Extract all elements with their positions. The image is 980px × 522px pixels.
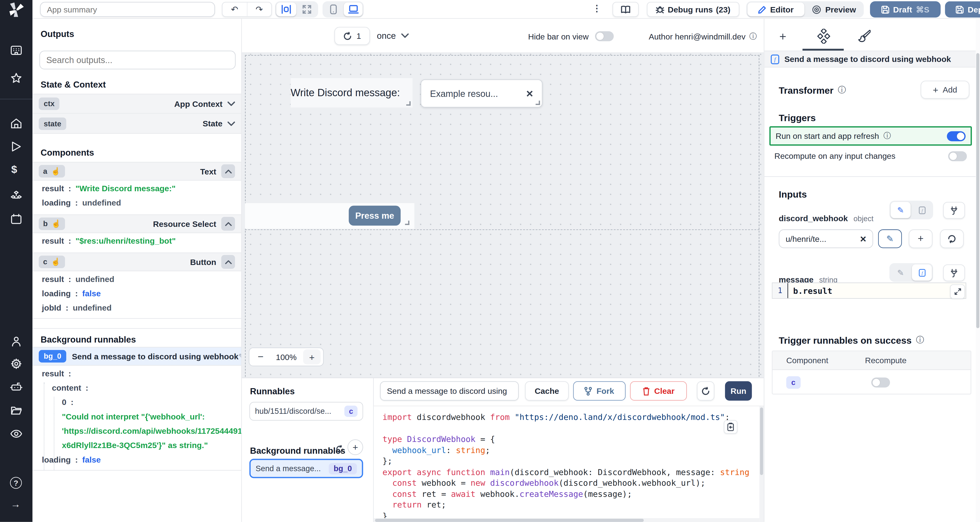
component-a-row[interactable]: a☝ Text <box>32 162 241 181</box>
apps-icon[interactable] <box>11 46 22 56</box>
star-icon[interactable] <box>11 73 22 84</box>
app-summary-input[interactable] <box>40 2 215 17</box>
draft-button[interactable]: Draft ⌘S <box>870 2 940 18</box>
app-canvas[interactable]: Write Discord message: Example resou... … <box>242 53 764 377</box>
fullscreen-button[interactable] <box>297 3 317 16</box>
runnable-item[interactable]: hub/1511/discord/se... c <box>249 402 363 421</box>
refresh-icon <box>948 234 956 243</box>
bg0-row[interactable]: bg_0 Send a message to discord using web… <box>32 347 241 366</box>
clear-select-icon[interactable]: × <box>526 88 533 99</box>
chevron-down-icon[interactable] <box>228 121 235 126</box>
eval-mode-button[interactable]: f <box>912 264 932 281</box>
help-icon[interactable]: ? <box>10 477 22 489</box>
collapse-button[interactable] <box>221 164 235 178</box>
windmill-logo[interactable] <box>8 3 24 18</box>
home-icon[interactable] <box>11 118 22 129</box>
runs-icon[interactable] <box>11 141 21 152</box>
bg-runnable-item-selected[interactable]: Send a message... bg_0 <box>249 459 363 478</box>
run-on-start-toggle[interactable] <box>947 131 966 141</box>
variables-icon[interactable]: $ <box>11 164 17 176</box>
static-mode-button[interactable]: ✎ <box>891 202 911 218</box>
field2-expr-editor[interactable]: 1 b.result <box>772 282 966 299</box>
mobile-view-button[interactable] <box>324 3 342 16</box>
refresh-code-button[interactable] <box>697 381 714 401</box>
resize-handle[interactable] <box>536 101 540 105</box>
chevron-down-icon[interactable] <box>228 101 235 106</box>
audit-eye-icon[interactable] <box>10 430 22 438</box>
search-outputs-input[interactable] <box>40 51 236 69</box>
field1-add-button[interactable]: + <box>909 229 932 248</box>
code-vertical-scrollbar[interactable] <box>759 406 764 522</box>
settings-tab-active[interactable] <box>817 29 831 44</box>
hide-bar-toggle[interactable] <box>595 31 614 41</box>
recompute-all-icon[interactable] <box>336 445 344 453</box>
button-component-cell: Press me <box>245 203 414 229</box>
collapse-button[interactable] <box>221 217 235 231</box>
debug-runs-button[interactable]: Debug runs(23) <box>647 2 740 17</box>
collapse-button[interactable] <box>221 255 235 269</box>
tab-preview[interactable]: Preview <box>805 3 862 16</box>
code-horizontal-scrollbar[interactable] <box>374 518 759 522</box>
resize-handle[interactable] <box>406 101 410 105</box>
workers-icon[interactable] <box>10 382 22 392</box>
user-icon[interactable] <box>11 336 22 347</box>
edit-pencil-icon[interactable]: ✎ <box>239 352 242 360</box>
docs-button[interactable] <box>612 2 639 17</box>
recompute-toggle[interactable] <box>948 151 967 161</box>
expand-expr-button[interactable] <box>950 285 965 299</box>
schedule-dropdown[interactable]: once <box>377 30 409 41</box>
code-area[interactable]: import discordwebhook from "https://deno… <box>374 406 764 522</box>
state-badge: state <box>39 117 66 130</box>
inputs-label: Inputs <box>779 189 807 199</box>
resize-handle[interactable] <box>405 221 409 225</box>
zoom-in-button[interactable]: + <box>303 349 321 364</box>
center-layout-button[interactable] <box>276 3 296 16</box>
cache-button[interactable]: Cache <box>525 381 569 401</box>
redo-button[interactable]: ↷ <box>247 3 271 16</box>
runnable-name-input[interactable] <box>380 381 519 401</box>
static-mode-button[interactable]: ✎ <box>891 264 911 281</box>
folders-icon[interactable] <box>11 406 22 415</box>
copy-code-button[interactable] <box>724 420 738 434</box>
desktop-view-button[interactable] <box>344 3 363 16</box>
fork-button[interactable]: Fork <box>573 381 625 401</box>
ctx-row[interactable]: ctx App Context <box>32 94 241 114</box>
schedules-icon[interactable] <box>11 214 22 224</box>
text-component[interactable]: Write Discord message: <box>291 78 412 107</box>
expand-arrow-icon[interactable]: → <box>11 499 21 510</box>
component-b-row[interactable]: b☝ Resource Select <box>32 214 241 233</box>
add-transformer-button[interactable]: +Add <box>921 81 969 99</box>
settings-gear-icon[interactable] <box>11 358 22 369</box>
component-c-row[interactable]: c☝ Button <box>32 253 241 271</box>
undo-button[interactable]: ↶ <box>223 3 247 16</box>
press-me-button[interactable]: Press me <box>349 205 401 226</box>
refresh-count-box[interactable]: 1 <box>334 27 370 45</box>
kebab-menu-button[interactable]: ⋮ <box>593 3 601 13</box>
pencil-icon: ✎ <box>897 205 904 215</box>
field2-mode-toggle: ✎ f <box>889 263 933 282</box>
resource-select-component[interactable]: Example resou... × <box>421 80 542 108</box>
style-tab[interactable] <box>858 29 871 43</box>
field1-refresh-button[interactable] <box>940 229 964 248</box>
layout-toggle-group <box>275 2 318 18</box>
row-recompute-toggle[interactable] <box>871 377 890 387</box>
resources-icon[interactable] <box>10 191 22 201</box>
zoom-out-button[interactable]: − <box>252 351 269 363</box>
state-row[interactable]: state State <box>32 114 241 134</box>
component-settings-panel: + f Send a message to discord using webh… <box>764 19 980 522</box>
clear-button[interactable]: Clear <box>630 381 687 401</box>
tab-editor[interactable]: Editor <box>748 3 804 16</box>
run-button[interactable]: Run <box>725 381 752 401</box>
eval-mode-button[interactable]: f <box>912 202 932 218</box>
function-icon: f <box>771 54 780 64</box>
panel-scrollbar[interactable] <box>976 19 980 522</box>
deploy-button[interactable]: Deploy <box>945 2 980 18</box>
add-bg-runnable-button[interactable]: + <box>348 439 363 455</box>
field1-resource-select[interactable]: u/henri/te... × <box>779 229 873 248</box>
clear-resource-icon[interactable]: × <box>860 234 866 244</box>
field2-connect-button[interactable] <box>943 264 965 281</box>
field1-edit-button[interactable]: ✎ <box>878 229 902 248</box>
field1-connect-button[interactable] <box>943 202 965 219</box>
insert-tab[interactable]: + <box>780 30 786 44</box>
save-icon <box>881 5 889 13</box>
